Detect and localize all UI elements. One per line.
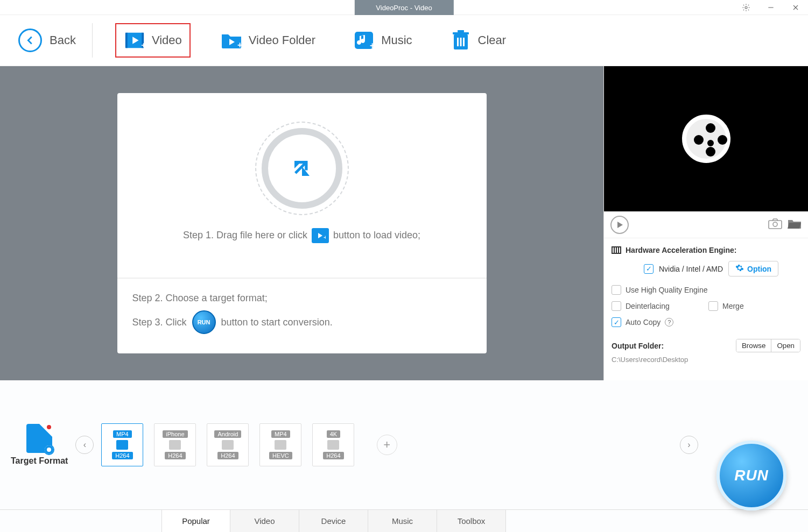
music-label: Music (381, 33, 412, 47)
svg-rect-17 (460, 38, 461, 46)
tab-video[interactable]: Video (230, 510, 299, 532)
app-logo-icon (682, 115, 730, 163)
video-icon: + (124, 30, 145, 51)
tab-music[interactable]: Music (368, 510, 437, 532)
format-preset-0[interactable]: MP4H264 (101, 423, 143, 466)
help-icon[interactable]: ? (665, 318, 673, 327)
run-button[interactable]: RUN (716, 441, 786, 510)
format-prev-button[interactable]: ‹ (75, 436, 94, 454)
add-format-button[interactable]: + (377, 435, 397, 455)
hw-option-button[interactable]: Option (728, 261, 778, 276)
format-next-button[interactable]: › (680, 436, 698, 454)
hw-gpu-checkbox[interactable]: ✓ (644, 264, 654, 274)
svg-rect-15 (458, 30, 464, 32)
settings-icon[interactable] (734, 0, 758, 15)
video-label: Video (152, 33, 182, 47)
drop-stage: Step 1. Drag file here or click + button… (0, 66, 603, 380)
svg-marker-19 (318, 233, 322, 238)
svg-rect-14 (453, 32, 469, 34)
drop-ring-icon (262, 128, 342, 209)
add-video-folder-button[interactable]: + Video Folder (213, 24, 323, 56)
step-1-text: Step 1. Drag file here or click + button… (183, 228, 420, 243)
svg-text:+: + (141, 40, 145, 49)
tab-device[interactable]: Device (299, 510, 368, 532)
minimize-icon[interactable] (758, 0, 783, 15)
tab-toolbox[interactable]: Toolbox (437, 510, 506, 532)
video-folder-label: Video Folder (249, 33, 315, 47)
output-folder-path: C:\Users\record\Desktop (612, 356, 800, 364)
back-label: Back (50, 33, 76, 47)
tab-popular[interactable]: Popular (161, 510, 230, 532)
svg-point-0 (745, 6, 747, 9)
clear-label: Clear (478, 33, 507, 47)
svg-text:+: + (237, 40, 242, 49)
target-format-icon (26, 424, 52, 453)
svg-text:+: + (370, 41, 374, 50)
close-icon[interactable] (783, 0, 808, 15)
format-preset-3[interactable]: MP4HEVC (259, 423, 301, 466)
folder-icon: + (221, 30, 242, 51)
svg-text:+: + (324, 234, 326, 240)
back-arrow-icon (18, 29, 42, 52)
music-icon: + (353, 30, 375, 51)
deinterlacing-checkbox[interactable]: ✓Deinterlacing (612, 301, 698, 311)
app-title: VideoProc - Video (354, 0, 453, 15)
svg-rect-18 (463, 38, 465, 46)
chip-icon (612, 246, 621, 254)
mini-video-icon: + (312, 228, 329, 243)
hw-accel-heading: Hardware Acceleration Engine: (612, 246, 800, 254)
svg-marker-21 (617, 222, 623, 228)
back-button[interactable]: Back (11, 23, 93, 58)
open-button[interactable]: Open (771, 339, 800, 352)
preview-pane (604, 66, 808, 211)
add-music-button[interactable]: + Music (346, 24, 419, 56)
target-format-button[interactable]: Target Format (11, 424, 68, 466)
output-folder-label: Output Folder: (612, 342, 664, 350)
format-preset-2[interactable]: AndroidH264 (207, 423, 249, 466)
merge-checkbox[interactable]: ✓Merge (708, 301, 795, 311)
svg-point-23 (773, 222, 777, 226)
clear-button[interactable]: Clear (442, 24, 514, 56)
gear-icon (735, 264, 744, 274)
drop-zone[interactable]: Step 1. Drag file here or click + button… (117, 93, 487, 279)
play-button[interactable] (610, 216, 629, 234)
add-video-button[interactable]: + Video (115, 23, 191, 58)
svg-rect-5 (125, 33, 128, 48)
trash-icon (450, 30, 472, 51)
step-2-text: Step 2. Choose a target format; (132, 289, 472, 307)
hw-gpu-label: Nvidia / Intel / AMD (659, 265, 723, 273)
snapshot-icon[interactable] (768, 218, 782, 231)
run-mini-icon: RUN (192, 310, 216, 334)
autocopy-checkbox[interactable]: ✓Auto Copy ? (612, 317, 698, 327)
format-preset-4[interactable]: 4KH264 (312, 423, 354, 466)
format-preset-1[interactable]: iPhoneH264 (154, 423, 196, 466)
use-hq-checkbox[interactable]: ✓Use High Quality Engine (612, 285, 708, 295)
svg-rect-16 (457, 38, 459, 46)
open-folder-icon[interactable] (788, 218, 802, 231)
step-3-text: Step 3. Click RUN button to start conver… (132, 307, 472, 337)
browse-button[interactable]: Browse (736, 339, 771, 352)
